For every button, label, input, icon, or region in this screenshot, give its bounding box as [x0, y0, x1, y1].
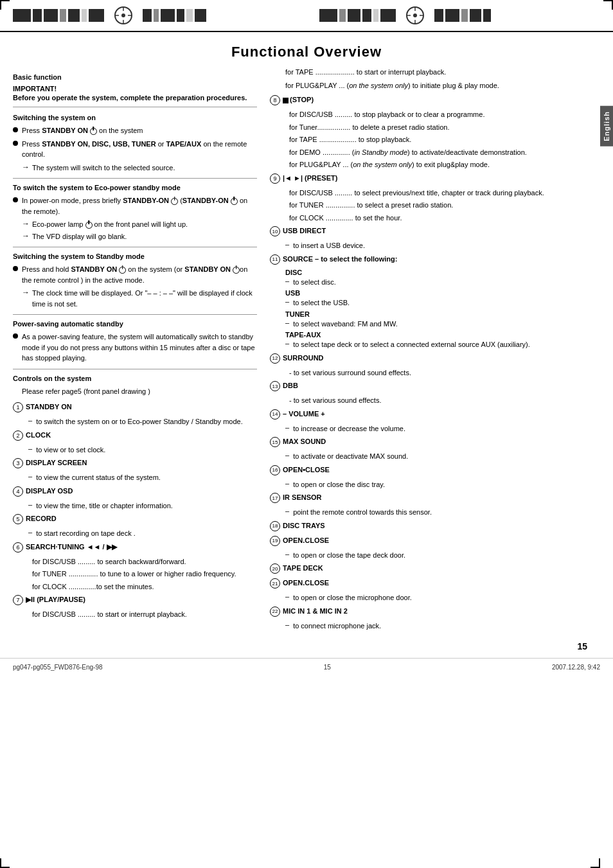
dash-item-2: – to view or to set clock.	[28, 445, 257, 456]
num-circle-1: 1	[13, 402, 23, 412]
num-item-19: 19 OPEN.CLOSE	[270, 535, 600, 546]
arrow-text-1: The system will switch to the selected s…	[32, 163, 175, 173]
dash-tuner: –	[285, 319, 289, 326]
num-circle-8: 8	[270, 95, 280, 105]
bullet-dot-4	[13, 266, 18, 271]
dash-content-6b: for TUNER ............... to tune to a l…	[32, 569, 236, 580]
dash-item-15: – to activate or deactivate MAX sound.	[285, 451, 600, 462]
num-content-9: |◄ ►| (PRESET)	[283, 173, 337, 184]
page-number: 15	[577, 641, 587, 651]
header-left-bars	[0, 0, 306, 31]
num-item-1: 1 STANDBY ON	[13, 402, 257, 412]
dash-item-7: for DISC/USB ......... to start or inter…	[28, 609, 257, 620]
num-circle-7: 7	[13, 595, 23, 605]
dash-content-5: to start recording on tape deck .	[36, 528, 136, 539]
num-circle-11: 11	[270, 254, 280, 265]
bullet-dot-3	[13, 197, 18, 202]
dash-content-4: to view the time, title or chapter infor…	[36, 500, 173, 511]
dash-item-9b: for TUNER ............... to select a pr…	[285, 200, 600, 211]
dash-10: –	[285, 240, 289, 248]
bullet-standby-on: Press STANDBY ON on the system	[13, 125, 257, 136]
dash-content-tape-aux: to select tape deck or to select a conne…	[293, 339, 530, 350]
arrow-icon-1: →	[22, 163, 30, 172]
num-circle-22: 22	[270, 607, 280, 617]
dash-content-7: for DISC/USB ......... to start or inter…	[32, 609, 187, 620]
dash-content-disc: to select disc.	[293, 277, 336, 288]
num-item-15: 15 MAX SOUND	[270, 436, 600, 447]
num-item-20: 20 TAPE DECK	[270, 563, 600, 574]
num-content-1: STANDBY ON	[26, 402, 72, 412]
num-item-12: 12 SURROUND	[270, 353, 600, 364]
sub-label-disc: DISC	[285, 269, 600, 276]
num-item-16: 16 OPEN•CLOSE	[270, 465, 600, 475]
dash-item-8a: for DISC/USB ......... to stop playback …	[285, 109, 600, 120]
footer: pg047-pg055_FWD876-Eng-98 15 2007.12.28,…	[0, 658, 613, 676]
bar-seg-r2	[339, 9, 346, 22]
dash-22: –	[285, 621, 289, 628]
bar-seg-1	[13, 9, 31, 22]
page-title: Functional Overview	[231, 44, 382, 60]
dash-content-9b: for TUNER ............... to select a pr…	[289, 200, 453, 211]
dash-item-13: - to set various sound effects.	[285, 395, 600, 406]
dash-2: –	[28, 445, 32, 452]
bar-seg-r8	[445, 9, 459, 22]
divider-3	[13, 247, 257, 247]
num-circle-14: 14	[270, 409, 280, 420]
num-item-17: 17 IR SENSOR	[270, 492, 600, 503]
bullet-text-3: In power-on mode, press briefly STANDBY-…	[22, 195, 257, 217]
num-content-11: SOURCE – to select the following:	[283, 254, 397, 265]
num-content-2: CLOCK	[26, 430, 51, 441]
divider-5	[13, 369, 257, 369]
bullet-standby-disc: Press STANDBY ON, DISC, USB, TUNER or TA…	[13, 139, 257, 160]
standby-mode-title: Switching the system to Standby mode	[13, 252, 257, 261]
controls-text: Please refer page5 (front panel drawing …	[22, 386, 257, 397]
bar-seg-3	[44, 9, 58, 22]
dash-21: –	[285, 592, 289, 600]
bar-seg-r4	[362, 9, 371, 22]
dash-item-17: – point the remote control towards this …	[285, 507, 600, 518]
dash-content-1: to switch the system on or to Eco-power …	[36, 416, 243, 427]
num-circle-10: 10	[270, 226, 280, 236]
bar-seg-r5	[373, 9, 378, 22]
num-item-2: 2 CLOCK	[13, 430, 257, 441]
num-content-5: RECORD	[26, 513, 57, 524]
dash-content-14: to increase or decrease the volume.	[293, 423, 405, 434]
right-column: for TAPE .................... to start o…	[270, 67, 600, 651]
dash-content-8a: for DISC/USB ......... to stop playback …	[289, 109, 484, 120]
dash-content-9a: for DISC/USB ......... to select previou…	[289, 188, 544, 199]
compass-icon-left	[114, 6, 133, 25]
arrow-clock-display: → The clock time will be displayed. Or "…	[22, 288, 257, 309]
bullet-text-2: Press STANDBY ON, DISC, USB, TUNER or TA…	[22, 139, 257, 160]
dash-content-17: point the remote control towards this se…	[293, 507, 432, 518]
num-content-4: DISPLAY OSD	[26, 486, 73, 497]
bullet-power-saving: As a power-saving feature, the system wi…	[13, 332, 257, 364]
num-item-13: 13 DBB	[270, 380, 600, 391]
bar-seg-r1	[319, 9, 337, 22]
arrow-vfd-blank: → The VFD display will go blank.	[22, 231, 257, 242]
dash-17: –	[285, 507, 289, 515]
top-header	[0, 0, 613, 32]
dash-item-usb: – to select the USB.	[285, 297, 600, 308]
dash-item-22: – to connect microphone jack.	[285, 621, 600, 632]
numbered-list-left: 1 STANDBY ON – to switch the system on o…	[13, 402, 257, 620]
bar-seg-r6	[380, 9, 396, 22]
num-circle-5: 5	[13, 514, 23, 524]
dash-item-12: - to set various surround sound effects.	[285, 368, 600, 378]
num-item-5: 5 RECORD	[13, 513, 257, 524]
cont-tape-text: for TAPE .................... to start o…	[285, 68, 446, 76]
num-item-8: 8 (STOP)	[270, 94, 600, 105]
dash-item-14: – to increase or decrease the volume.	[285, 423, 600, 434]
dash-item-9a: for DISC/USB ......... to select previou…	[285, 188, 600, 199]
dash-disc: –	[285, 277, 289, 285]
footer-center: 15	[324, 664, 331, 671]
bar-seg-9	[154, 9, 159, 22]
num-item-21: 21 OPEN.CLOSE	[270, 578, 600, 589]
num-circle-20: 20	[270, 563, 280, 574]
bar-seg-12	[186, 9, 193, 22]
num-circle-9: 9	[270, 173, 280, 184]
num-circle-4: 4	[13, 486, 23, 497]
arrow-text-2: Eco-power lamp on the front panel will l…	[32, 219, 188, 230]
num-content-3: DISPLAY SCREEN	[26, 457, 87, 468]
cont-item-plug: for PLUG&PLAY ... (on the system only) t…	[285, 80, 600, 91]
bar-seg-2	[33, 9, 42, 22]
